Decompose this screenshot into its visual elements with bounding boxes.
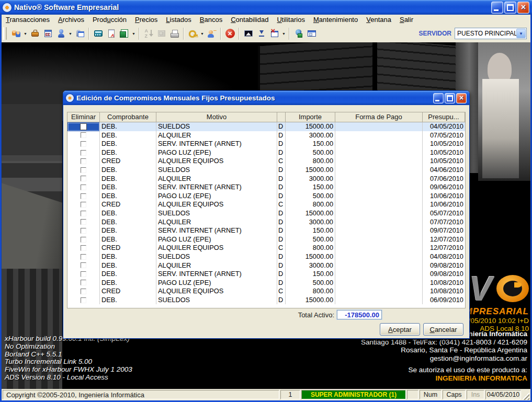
minimize-all-button[interactable] <box>255 27 268 40</box>
column-header-forma-de-pago[interactable]: Forma de Pago <box>335 112 423 122</box>
stop-button[interactable] <box>223 27 236 40</box>
delete-checkbox-cell[interactable] <box>67 252 100 261</box>
minimize-button[interactable] <box>491 2 503 14</box>
table-row[interactable]: DEB.ALQUILERD3000.0009/08/2010 <box>67 261 465 270</box>
column-header-motivo[interactable]: Motivo <box>156 112 277 122</box>
delete-checkbox[interactable] <box>81 185 86 190</box>
column-header-importe[interactable]: Importe <box>286 112 335 122</box>
clients-button[interactable] <box>9 27 22 40</box>
table-row[interactable]: CREDALQUILER EQUIPOSC800.0010/08/2010 <box>67 287 465 296</box>
delete-checkbox-cell[interactable] <box>67 183 100 192</box>
table-row[interactable]: DEB.SERV. INTERNET (ARNET)D150.0009/06/2… <box>67 183 465 192</box>
user-button[interactable] <box>54 27 67 40</box>
accept-button[interactable]: Aceptar <box>380 323 420 336</box>
delete-checkbox[interactable] <box>80 123 87 130</box>
image-button[interactable] <box>242 27 255 40</box>
table-row[interactable]: DEB.SUELDOSD15000.0005/07/2010 <box>67 209 465 218</box>
calculator-button[interactable] <box>92 27 105 40</box>
delete-checkbox[interactable] <box>81 289 86 294</box>
delete-checkbox[interactable] <box>81 245 86 251</box>
delete-checkbox[interactable] <box>81 158 86 164</box>
table-row[interactable]: DEB.SERV. INTERNET (ARNET)D150.0010/05/2… <box>67 140 465 148</box>
delete-checkbox[interactable] <box>81 237 86 243</box>
dialog-maximize-button[interactable] <box>445 93 455 104</box>
column-header[interactable] <box>277 112 286 122</box>
table-row[interactable]: DEB.SUELDOSD15000.0004/06/2010 <box>67 166 465 175</box>
spreadsheet-button[interactable] <box>118 27 131 40</box>
delete-checkbox-cell[interactable] <box>67 261 100 270</box>
cancel-button[interactable]: Cancelar <box>423 323 463 336</box>
menu-produccion[interactable]: Producción <box>88 15 131 25</box>
delete-checkbox[interactable] <box>81 254 86 260</box>
combobox-arrow-icon[interactable]: ▼ <box>516 29 526 38</box>
notes-button[interactable] <box>105 27 118 40</box>
delete-checkbox[interactable] <box>81 202 86 208</box>
delete-checkbox-cell[interactable] <box>67 175 100 183</box>
table-row[interactable]: DEB.SUELDOSD15000.0006/09/2010 <box>67 296 465 305</box>
dropdown-arrow-icon[interactable]: ▼ <box>199 27 205 40</box>
delete-checkbox-cell[interactable] <box>67 296 100 305</box>
delete-checkbox[interactable] <box>81 219 86 225</box>
table-row[interactable]: DEB.ALQUILERD3000.0007/06/2010 <box>67 175 465 183</box>
delete-checkbox-cell[interactable] <box>67 140 100 148</box>
delete-checkbox[interactable] <box>81 141 86 147</box>
delete-checkbox-cell[interactable] <box>67 148 100 157</box>
delete-checkbox-cell[interactable] <box>67 122 100 131</box>
menu-transacciones[interactable]: Transacciones <box>2 15 54 25</box>
key-search-button[interactable] <box>186 27 199 40</box>
server-combobox[interactable]: PUESTO PRINCIPAL ▼ <box>455 28 527 39</box>
delete-checkbox-cell[interactable] <box>67 192 100 201</box>
delete-checkbox-cell[interactable] <box>67 287 100 296</box>
delete-checkbox[interactable] <box>81 262 86 268</box>
table-row[interactable]: DEB.PAGO LUZ (EPE)D500.0010/05/2010 <box>67 148 465 157</box>
table-row[interactable]: CREDALQUILER EQUIPOSC800.0012/07/2010 <box>67 244 465 252</box>
delete-checkbox[interactable] <box>81 280 86 285</box>
delete-checkbox-cell[interactable] <box>67 200 100 209</box>
menu-mantenimiento[interactable]: Mantenimiento <box>309 15 362 25</box>
delete-checkbox-cell[interactable] <box>67 270 100 279</box>
menu-bancos[interactable]: Bancos <box>196 15 227 25</box>
close-window-button[interactable] <box>268 27 281 40</box>
table-row[interactable]: DEB.PAGO LUZ (EPE)D500.0012/07/2010 <box>67 235 465 244</box>
delete-checkbox[interactable] <box>81 150 86 156</box>
maximize-button[interactable] <box>504 2 516 14</box>
delete-checkbox-cell[interactable] <box>67 131 100 140</box>
delete-checkbox[interactable] <box>81 132 86 138</box>
column-header-presupu[interactable]: Presupu... <box>423 112 465 122</box>
menu-listados[interactable]: Listados <box>162 15 195 25</box>
delete-checkbox[interactable] <box>81 271 86 277</box>
resize-grip[interactable] <box>522 393 529 400</box>
delete-checkbox[interactable] <box>81 297 86 303</box>
dropdown-arrow-icon[interactable]: ▼ <box>22 27 28 40</box>
menu-utilitarios[interactable]: Utilitarios <box>273 15 309 25</box>
table-row[interactable]: DEB.SERV. INTERNET (ARNET)D150.0009/07/2… <box>67 226 465 235</box>
delete-checkbox-cell[interactable] <box>67 244 100 252</box>
column-header-comprobante[interactable]: Comprobante <box>100 112 156 122</box>
table-row[interactable]: DEB.SUELDOSD15000.0004/08/2010 <box>67 252 465 261</box>
calendar-button[interactable] <box>41 27 54 40</box>
table-row[interactable]: DEB.SUELDOSD15000.0004/05/2010 <box>67 122 465 131</box>
delete-checkbox-cell[interactable] <box>67 166 100 175</box>
printer-button[interactable] <box>168 27 181 40</box>
delete-checkbox-cell[interactable] <box>67 218 100 227</box>
delete-checkbox-cell[interactable] <box>67 235 100 244</box>
briefcase-button[interactable] <box>28 27 41 40</box>
delete-checkbox[interactable] <box>81 228 86 234</box>
window-form-button[interactable] <box>305 27 318 40</box>
table-row[interactable]: DEB.SERV. INTERNET (ARNET)D150.0009/08/2… <box>67 270 465 279</box>
user-wizard-button[interactable] <box>205 27 218 40</box>
delete-checkbox[interactable] <box>81 167 86 173</box>
delete-checkbox[interactable] <box>81 193 86 199</box>
dialog-close-button[interactable] <box>456 93 467 104</box>
id-card-button[interactable] <box>73 27 86 40</box>
palette-button[interactable] <box>155 27 168 40</box>
menu-salir[interactable]: Salir <box>395 15 417 25</box>
dialog-minimize-button[interactable] <box>433 93 444 104</box>
table-row[interactable]: CREDALQUILER EQUIPOSC800.0010/05/2010 <box>67 157 465 166</box>
dropdown-arrow-icon[interactable]: ▼ <box>281 27 287 40</box>
delete-checkbox-cell[interactable] <box>67 209 100 218</box>
table-row[interactable]: DEB.PAGO LUZ (EPE)D500.0010/08/2010 <box>67 279 465 288</box>
menu-ventana[interactable]: Ventana <box>362 15 395 25</box>
delete-checkbox-cell[interactable] <box>67 157 100 166</box>
network-button[interactable] <box>292 27 305 40</box>
